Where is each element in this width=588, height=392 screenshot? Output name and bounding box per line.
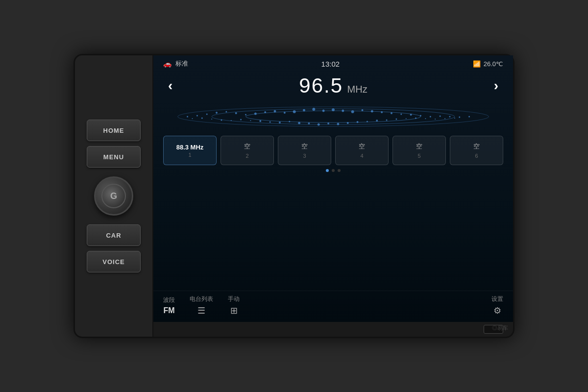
svg-point-32 xyxy=(468,116,470,118)
svg-point-59 xyxy=(444,118,445,119)
svg-point-3 xyxy=(187,116,188,118)
volume-knob[interactable]: G xyxy=(94,176,133,216)
svg-point-42 xyxy=(279,122,281,123)
list-icon: ☰ xyxy=(197,305,205,316)
preset-4-number: 4 xyxy=(360,153,363,159)
svg-point-30 xyxy=(449,116,450,118)
svg-point-16 xyxy=(312,108,315,111)
car-button[interactable]: CAR xyxy=(87,224,141,246)
status-left: 🚗 标准 xyxy=(163,59,188,68)
svg-point-14 xyxy=(293,110,296,113)
preset-1-number: 1 xyxy=(188,152,191,158)
svg-point-23 xyxy=(381,111,383,113)
preset-6-label: 空 xyxy=(473,142,480,151)
svg-point-17 xyxy=(322,110,325,112)
svg-point-33 xyxy=(192,118,193,119)
screen-wrapper: 🚗 标准 13:02 📶 26.0℃ ‹ 96.5 MHz › xyxy=(153,55,513,337)
svg-point-28 xyxy=(430,116,431,118)
svg-point-41 xyxy=(270,122,271,123)
preset-card-1[interactable]: 88.3 MHz 1 xyxy=(163,136,217,165)
menu-button[interactable]: MENU xyxy=(87,146,141,168)
page-dot-2[interactable] xyxy=(332,169,335,172)
svg-point-58 xyxy=(435,119,436,120)
svg-point-5 xyxy=(206,114,208,115)
svg-point-51 xyxy=(367,121,368,122)
preset-1-freq: 88.3 MHz xyxy=(176,144,204,151)
svg-point-12 xyxy=(274,110,276,113)
svg-point-27 xyxy=(420,115,421,117)
main-screen: 🚗 标准 13:02 📶 26.0℃ ‹ 96.5 MHz › xyxy=(153,55,513,322)
band-value: FM xyxy=(163,306,174,315)
page-dot-1[interactable] xyxy=(326,169,329,172)
car-infotainment-unit: HOME MENU G CAR VOICE 🚗 标准 13:02 📶 26.0℃ xyxy=(74,54,514,338)
svg-point-21 xyxy=(362,109,364,111)
svg-point-49 xyxy=(347,122,349,124)
settings-button[interactable]: 设置 ⚙ xyxy=(491,295,503,316)
prev-frequency-button[interactable]: ‹ xyxy=(168,78,172,94)
preset-2-number: 2 xyxy=(245,153,248,159)
svg-point-40 xyxy=(259,120,261,122)
watermark: ◎易车 xyxy=(492,324,508,332)
frequency-value: 96.5 xyxy=(299,74,343,97)
page-dot-3[interactable] xyxy=(338,169,341,172)
frequency-display: 96.5 MHz xyxy=(299,74,367,98)
svg-point-55 xyxy=(406,118,407,119)
home-button[interactable]: HOME xyxy=(87,120,141,141)
band-selector[interactable]: 波段 FM xyxy=(163,296,175,315)
manual-tune-button[interactable]: 手动 ⊞ xyxy=(228,295,240,316)
svg-point-57 xyxy=(425,118,426,119)
preset-6-number: 6 xyxy=(475,153,478,159)
preset-card-2[interactable]: 空 2 xyxy=(220,136,274,165)
svg-point-50 xyxy=(357,121,359,123)
svg-point-47 xyxy=(327,122,329,124)
svg-point-24 xyxy=(391,112,392,114)
svg-point-52 xyxy=(376,120,378,122)
svg-point-6 xyxy=(216,112,218,114)
svg-point-18 xyxy=(332,108,335,111)
preset-card-4[interactable]: 空 4 xyxy=(335,136,389,165)
preset-5-number: 5 xyxy=(417,153,420,159)
svg-point-9 xyxy=(245,114,246,116)
svg-point-4 xyxy=(196,115,198,117)
svg-point-26 xyxy=(410,114,412,116)
svg-point-36 xyxy=(220,120,222,121)
preset-2-label: 空 xyxy=(244,142,250,151)
manual-icon: ⊞ xyxy=(230,305,238,316)
settings-icon: ⚙ xyxy=(493,305,501,316)
next-frequency-button[interactable]: › xyxy=(494,78,498,94)
bottom-toolbar: 波段 FM 电台列表 ☰ 手动 ⊞ 设置 ⚙ xyxy=(153,291,513,322)
svg-point-20 xyxy=(351,110,354,113)
knob-center: G xyxy=(101,184,126,208)
waveform-visualizer xyxy=(163,99,503,134)
preset-3-label: 空 xyxy=(301,142,308,151)
svg-point-29 xyxy=(440,116,441,117)
svg-point-2 xyxy=(246,111,421,122)
preset-5-label: 空 xyxy=(416,142,422,151)
stations-list-button[interactable]: 电台列表 ☰ xyxy=(190,295,213,316)
wifi-icon: 📶 xyxy=(473,60,481,68)
svg-point-37 xyxy=(231,120,232,121)
bottom-strip xyxy=(153,322,513,337)
manual-label: 手动 xyxy=(228,295,240,303)
preset-3-number: 3 xyxy=(303,153,306,159)
preset-card-3[interactable]: 空 3 xyxy=(278,136,331,165)
preset-card-6[interactable]: 空 6 xyxy=(450,136,503,165)
svg-point-34 xyxy=(201,118,203,119)
svg-point-54 xyxy=(395,119,397,120)
waveform-svg xyxy=(163,102,503,131)
pagination-dots xyxy=(153,169,513,172)
svg-point-22 xyxy=(371,110,373,113)
svg-point-39 xyxy=(250,120,251,121)
svg-point-13 xyxy=(284,112,286,114)
svg-point-38 xyxy=(240,119,242,121)
svg-point-25 xyxy=(400,114,402,115)
preset-card-5[interactable]: 空 5 xyxy=(392,136,446,165)
svg-point-48 xyxy=(337,123,339,125)
svg-point-46 xyxy=(318,123,320,126)
settings-label: 设置 xyxy=(491,295,503,303)
svg-point-31 xyxy=(459,117,460,118)
svg-point-7 xyxy=(225,111,227,113)
stations-label: 电台列表 xyxy=(190,295,213,303)
voice-button[interactable]: VOICE xyxy=(87,251,141,272)
svg-point-56 xyxy=(415,118,416,119)
